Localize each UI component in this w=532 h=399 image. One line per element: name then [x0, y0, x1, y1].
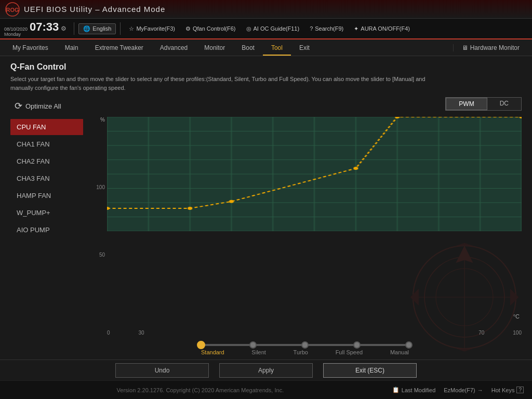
- profile-dot-standard[interactable]: [197, 341, 205, 349]
- nav-myfavorites[interactable]: My Favorites: [4, 39, 57, 56]
- profile-dot-manual[interactable]: [405, 341, 413, 349]
- x-tick-100: 100: [513, 330, 522, 336]
- nav-hardware-monitor[interactable]: 🖥 Hardware Monitor: [453, 44, 528, 51]
- fan-chart: [107, 117, 522, 231]
- svg-text:ROG: ROG: [6, 7, 19, 13]
- globe-icon: 🌐: [83, 25, 90, 32]
- nav-main[interactable]: Main: [57, 39, 87, 56]
- separator: [74, 22, 74, 35]
- profile-labels: Standard Silent Turbo Full Speed Manual: [201, 349, 409, 355]
- pwm-button[interactable]: PWM: [446, 98, 487, 110]
- aioc-button[interactable]: ◎ AI OC Guide(F11): [242, 24, 304, 34]
- dc-button[interactable]: DC: [487, 98, 521, 110]
- label-standard: Standard: [201, 349, 224, 355]
- fan-item-cha2[interactable]: CHA2 FAN: [10, 153, 83, 169]
- chart-area: PWM DC % 100 50: [88, 97, 522, 360]
- fan-item-cha1[interactable]: CHA1 FAN: [10, 136, 83, 152]
- star-icon: ☆: [129, 25, 134, 32]
- label-manual: Manual: [390, 349, 409, 355]
- optimize-all-button[interactable]: ⟳ Optimize All: [10, 97, 83, 115]
- separator: [120, 22, 121, 35]
- datetime-display: 08/10/2020 Monday 07:33 ⚙: [4, 20, 66, 37]
- time-display: 07:33: [30, 20, 59, 34]
- profile-dot-silent[interactable]: [249, 341, 257, 349]
- arrow-icon: →: [477, 387, 483, 393]
- apply-button[interactable]: Apply: [219, 363, 313, 378]
- ezmode-button[interactable]: EzMode(F7) →: [444, 387, 483, 393]
- profile-slider-area: Standard Silent Turbo Full Speed Manual: [88, 340, 522, 360]
- fan-item-cpu[interactable]: CPU FAN: [10, 119, 83, 135]
- bottom-action-bar: Undo Apply Exit (ESC): [0, 360, 532, 380]
- x-axis: 0 30 70 100: [88, 329, 522, 336]
- y-axis: % 100 50: [88, 117, 107, 329]
- last-modified-button[interactable]: 📋 Last Modified: [392, 387, 435, 393]
- y-tick-50: 50: [99, 252, 105, 258]
- modified-icon: 📋: [392, 387, 400, 393]
- x-tick-70: 70: [478, 330, 484, 336]
- profile-dot-turbo[interactable]: [301, 341, 309, 349]
- optimize-icon: ⟳: [15, 100, 22, 112]
- brightness-icon: ✦: [354, 25, 358, 32]
- nav-advanced[interactable]: Advanced: [152, 39, 196, 56]
- fan-item-wpump[interactable]: W_PUMP+: [10, 205, 83, 221]
- myfavorite-button[interactable]: ☆ MyFavorite(F3): [125, 24, 179, 34]
- qfan-button[interactable]: ⚙ Qfan Control(F6): [181, 24, 240, 34]
- hotkey-icon: ?: [516, 387, 524, 393]
- slider-track: [201, 344, 409, 346]
- exit-button[interactable]: Exit (ESC): [323, 363, 417, 378]
- label-silent: Silent: [251, 349, 266, 355]
- aura-button[interactable]: ✦ AURA ON/OFF(F4): [350, 24, 414, 34]
- nav-boot[interactable]: Boot: [233, 39, 263, 56]
- pwm-dc-toggle: PWM DC: [445, 97, 522, 111]
- language-label: English: [92, 25, 111, 32]
- main-content: Q-Fan Control Select your target fan and…: [0, 56, 532, 360]
- fan-icon: ⚙: [185, 25, 191, 32]
- fan-item-cha3[interactable]: CHA3 FAN: [10, 170, 83, 187]
- settings-icon[interactable]: ⚙: [61, 25, 66, 32]
- y-label-percent: %: [100, 117, 105, 123]
- fan-item-aio[interactable]: AIO PUMP: [10, 222, 83, 238]
- titlebar-title: UEFI BIOS Utility – Advanced Mode: [24, 5, 165, 14]
- day-display: Monday: [4, 32, 21, 37]
- fan-control-area: ⟳ Optimize All CPU FAN CHA1 FAN CHA2 FAN…: [10, 97, 522, 360]
- celsius-label: °C: [513, 313, 520, 320]
- status-bar-right: 📋 Last Modified EzMode(F7) → Hot Keys ?: [392, 387, 524, 393]
- label-fullspeed: Full Speed: [336, 349, 363, 355]
- topbar: 08/10/2020 Monday 07:33 ⚙ 🌐 English ☆ My…: [0, 19, 532, 39]
- asus-rog-logo: ROG: [5, 2, 20, 17]
- ai-icon: ◎: [246, 25, 251, 32]
- hotkeys-button[interactable]: Hot Keys ?: [491, 387, 524, 393]
- page-description: Select your target fan and then move the…: [10, 75, 436, 92]
- nav-monitor[interactable]: Monitor: [196, 39, 233, 56]
- profile-dot-fullspeed[interactable]: [353, 341, 361, 349]
- fan-list: ⟳ Optimize All CPU FAN CHA1 FAN CHA2 FAN…: [10, 97, 83, 360]
- x-tick-0: 0: [107, 330, 110, 336]
- label-turbo: Turbo: [294, 349, 308, 355]
- nav-extreme-tweaker[interactable]: Extreme Tweaker: [87, 39, 152, 56]
- navbar: My Favorites Main Extreme Tweaker Advanc…: [0, 39, 532, 56]
- undo-button[interactable]: Undo: [115, 363, 209, 378]
- language-button[interactable]: 🌐 English: [78, 23, 116, 34]
- fan-item-hamp[interactable]: HAMP FAN: [10, 188, 83, 204]
- nav-tool[interactable]: Tool: [263, 39, 291, 56]
- search-button[interactable]: ? Search(F9): [305, 24, 348, 33]
- question-icon: ?: [310, 25, 313, 32]
- monitor-icon: 🖥: [462, 44, 468, 51]
- version-text: Version 2.20.1276. Copyright (C) 2020 Am…: [117, 387, 284, 393]
- titlebar: ROG UEFI BIOS Utility – Advanced Mode: [0, 0, 532, 19]
- y-tick-100: 100: [96, 184, 105, 190]
- nav-exit[interactable]: Exit: [291, 39, 318, 56]
- page-title: Q-Fan Control: [10, 62, 522, 72]
- x-tick-30: 30: [139, 330, 144, 336]
- status-bar: Version 2.20.1276. Copyright (C) 2020 Am…: [0, 380, 532, 399]
